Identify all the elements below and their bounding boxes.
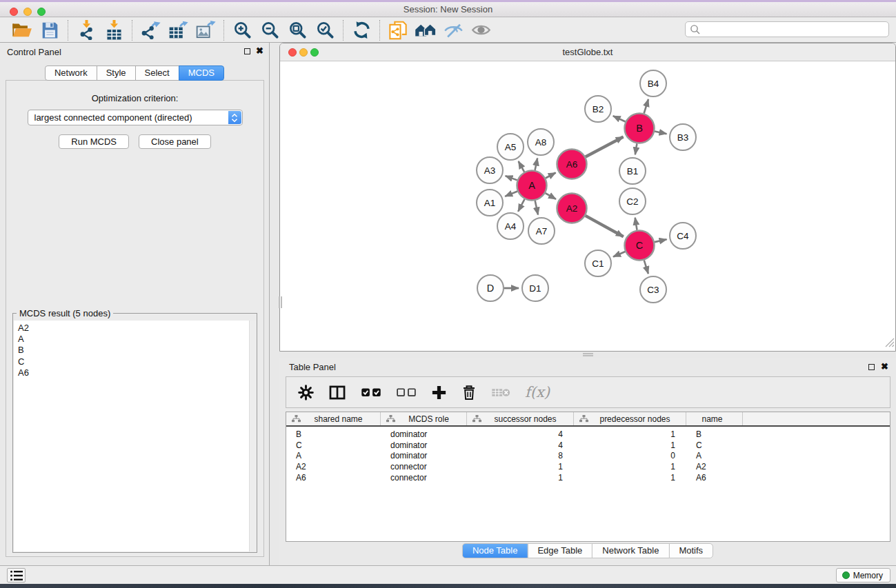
graph-node-B3[interactable]: B3 <box>670 124 696 150</box>
panel-divider-handle[interactable] <box>279 296 283 308</box>
table-row[interactable]: A6connector11A6 <box>286 472 890 483</box>
graph-node-A1[interactable]: A1 <box>477 190 503 216</box>
table-row[interactable]: Bdominator41B <box>286 429 890 440</box>
export-network-icon[interactable] <box>137 19 164 41</box>
float-table-panel-icon[interactable] <box>868 364 875 370</box>
float-panel-icon[interactable] <box>244 48 250 54</box>
close-panel-icon[interactable]: ✖ <box>256 46 263 56</box>
table-row[interactable]: Cdominator41C <box>286 440 890 451</box>
graph-node-C4[interactable]: C4 <box>670 223 696 249</box>
panel-divider-handle[interactable] <box>583 353 593 356</box>
tab-mcds[interactable]: MCDS <box>179 65 224 81</box>
column-header-successor-nodes[interactable]: successor nodes <box>467 412 574 425</box>
graph-node-A2[interactable]: A2 <box>557 194 587 223</box>
delete-columns-icon[interactable] <box>461 384 477 401</box>
hide-selected-icon[interactable] <box>439 19 467 41</box>
save-session-icon[interactable] <box>36 19 63 41</box>
table-row[interactable]: A2connector11A2 <box>286 461 890 472</box>
graph-node-C[interactable]: C <box>625 231 655 261</box>
list-scrollbar[interactable] <box>249 321 256 551</box>
graph-node-A8[interactable]: A8 <box>528 129 554 155</box>
graph-edge-A6-B[interactable] <box>586 136 624 156</box>
graph-edge-B-B2[interactable] <box>613 116 626 121</box>
criterion-dropdown[interactable]: largest connected component (directed) <box>28 110 243 125</box>
zoom-in-icon[interactable] <box>228 19 256 41</box>
tab-select[interactable]: Select <box>135 65 179 81</box>
zoom-out-icon[interactable] <box>256 19 283 41</box>
toggle-columns-icon[interactable] <box>328 385 346 401</box>
minimize-network-window-button[interactable] <box>299 48 308 57</box>
tab-motifs[interactable]: Motifs <box>668 543 713 558</box>
export-image-icon[interactable] <box>192 19 219 41</box>
graph-node-C2[interactable]: C2 <box>619 188 646 214</box>
graph-edge-A-A8[interactable] <box>535 159 538 170</box>
graph-node-B1[interactable]: B1 <box>619 158 646 184</box>
graph-edge-C-C1[interactable] <box>613 252 625 257</box>
zoom-selected-icon[interactable] <box>311 19 339 41</box>
column-header-predecessor-nodes[interactable]: predecessor nodes <box>574 412 686 425</box>
show-hidden-icon[interactable] <box>467 19 495 41</box>
import-table-icon[interactable] <box>100 19 128 41</box>
graph-node-B2[interactable]: B2 <box>585 96 611 122</box>
graph-edge-C-C2[interactable] <box>635 218 637 230</box>
graph-node-C3[interactable]: C3 <box>640 276 666 303</box>
run-mcds-button[interactable]: Run MCDS <box>59 134 129 149</box>
close-network-window-button[interactable] <box>288 48 297 57</box>
graph-node-B[interactable]: B <box>625 114 655 143</box>
graph-edge-A-A6[interactable] <box>546 172 556 178</box>
graph-node-A6[interactable]: A6 <box>557 150 587 179</box>
graph-node-D[interactable]: D <box>477 275 504 301</box>
tab-style[interactable]: Style <box>97 65 136 81</box>
create-column-icon[interactable] <box>431 385 447 401</box>
close-panel-button[interactable]: Close panel <box>139 134 211 149</box>
mcds-result-item[interactable]: C <box>14 356 256 367</box>
tab-network[interactable]: Network <box>45 65 97 81</box>
table-settings-gear-icon[interactable] <box>298 385 314 401</box>
search-input[interactable] <box>701 23 888 36</box>
graph-edge-B-B1[interactable] <box>635 143 637 154</box>
column-header-mcds-role[interactable]: MCDS role <box>381 412 467 425</box>
tab-node-table[interactable]: Node Table <box>462 543 528 558</box>
task-history-button[interactable] <box>7 568 26 582</box>
graph-node-A[interactable]: A <box>517 171 547 201</box>
graph-node-A3[interactable]: A3 <box>477 157 503 183</box>
graph-node-C1[interactable]: C1 <box>585 250 611 276</box>
graph-edge-A-A4[interactable] <box>518 199 524 212</box>
graph-edge-A-A7[interactable] <box>535 201 538 215</box>
graph-node-B4[interactable]: B4 <box>640 70 666 97</box>
maximize-network-window-button[interactable] <box>310 48 319 57</box>
graph-node-A7[interactable]: A7 <box>528 218 555 244</box>
graph-edge-C-C4[interactable] <box>655 239 667 242</box>
zoom-fit-icon[interactable] <box>283 19 311 41</box>
table-row[interactable]: Adominator80A <box>286 451 890 462</box>
network-canvas[interactable]: AA1A2A3A4A5A6A7A8BB1B2B3B4CC1C2C3C4DD1 <box>280 61 895 351</box>
mcds-result-item[interactable]: A <box>14 334 256 345</box>
graph-edge-A-A1[interactable] <box>505 192 517 196</box>
import-network-icon[interactable] <box>72 19 100 41</box>
mcds-result-item[interactable]: B <box>14 345 256 356</box>
open-session-icon[interactable] <box>8 19 36 41</box>
mcds-result-item[interactable]: A6 <box>14 367 256 378</box>
select-all-columns-icon[interactable] <box>361 386 381 399</box>
close-table-panel-icon[interactable]: ✖ <box>881 362 888 372</box>
graph-edge-A-A2[interactable] <box>546 193 556 199</box>
column-header-name[interactable]: name <box>686 412 743 425</box>
home-layout-icon[interactable] <box>412 19 439 41</box>
graph-edge-B-B3[interactable] <box>655 132 666 134</box>
mcds-result-item[interactable]: A2 <box>14 323 256 334</box>
copy-current-view-icon[interactable] <box>384 19 412 41</box>
graph-edge-A2-C[interactable] <box>586 216 624 236</box>
graph-edge-C-C3[interactable] <box>644 260 648 274</box>
export-table-icon[interactable] <box>164 19 192 41</box>
graph-node-D1[interactable]: D1 <box>522 275 548 301</box>
graph-edge-A-A3[interactable] <box>506 176 517 180</box>
graph-node-A5[interactable]: A5 <box>497 134 524 160</box>
unselect-all-columns-icon[interactable] <box>396 386 417 399</box>
resize-grip-icon[interactable] <box>885 338 895 350</box>
maximize-window-button[interactable] <box>37 8 46 16</box>
minimize-window-button[interactable] <box>23 8 32 16</box>
tab-network-table[interactable]: Network Table <box>592 543 669 558</box>
tab-edge-table[interactable]: Edge Table <box>527 543 593 558</box>
memory-button[interactable]: Memory <box>836 568 890 582</box>
refresh-icon[interactable] <box>348 19 375 41</box>
